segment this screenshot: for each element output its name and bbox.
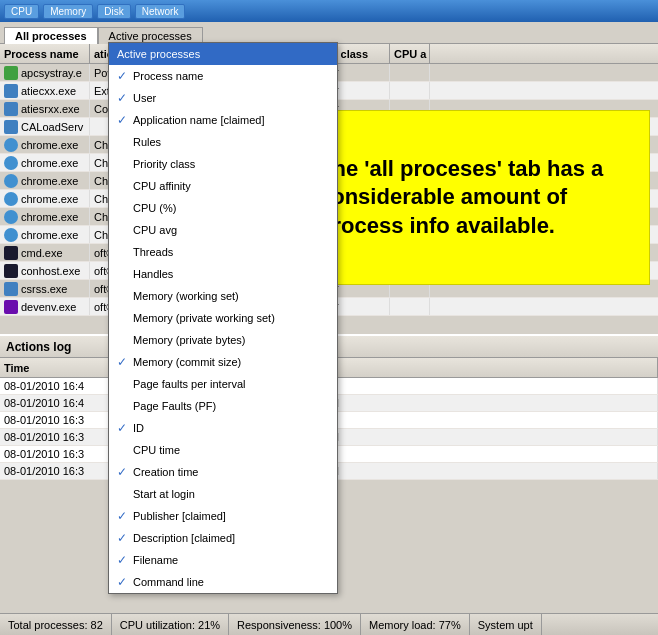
dropdown-item-label: CPU (%) — [133, 202, 176, 214]
check-mark-icon: ✓ — [117, 553, 133, 567]
dropdown-item-label: Priority class — [133, 158, 195, 170]
dropdown-item-label: Start at login — [133, 488, 195, 500]
top-bar: CPU Memory Disk Network — [0, 0, 658, 22]
dropdown-menu-item[interactable]: Start at login — [109, 483, 337, 505]
disk-segment[interactable]: Disk — [97, 4, 130, 19]
check-mark-icon: ✓ — [117, 465, 133, 479]
dropdown-menu-item[interactable]: Page Faults (PF) — [109, 395, 337, 417]
process-icon-default — [4, 282, 18, 296]
check-mark-icon: ✓ — [117, 69, 133, 83]
process-name-label: CALoadServ — [21, 121, 83, 133]
highlight-tooltip: The 'all proceses' tab has a considerabl… — [310, 110, 650, 285]
process-name-label: apcsystray.e — [21, 67, 82, 79]
process-icon-chrome — [4, 228, 18, 242]
status-total-processes: Total processes: 82 — [0, 614, 112, 635]
status-cpu-util: CPU utilization: 21% — [112, 614, 229, 635]
dropdown-header[interactable]: Active processes — [109, 43, 337, 65]
dropdown-item-label: ID — [133, 422, 144, 434]
dropdown-menu-item[interactable]: ✓User — [109, 87, 337, 109]
dropdown-menu-item[interactable]: Priority class — [109, 153, 337, 175]
tab-bar: All processes Active processes — [0, 22, 658, 44]
action-time: 08-01/2010 16:4 — [0, 378, 110, 394]
dropdown-menu-item[interactable]: CPU (%) — [109, 197, 337, 219]
dropdown-menu-item[interactable]: ✓ID — [109, 417, 337, 439]
action-time: 08-01/2010 16:3 — [0, 463, 110, 479]
dropdown-item-label: Publisher [claimed] — [133, 510, 226, 522]
dropdown-menu-item[interactable]: Memory (private bytes) — [109, 329, 337, 351]
memory-segment[interactable]: Memory — [43, 4, 93, 19]
dropdown-item-label: Handles — [133, 268, 173, 280]
tab-all-processes[interactable]: All processes — [4, 27, 98, 44]
process-icon-chrome — [4, 210, 18, 224]
status-system-up: System upt — [470, 614, 542, 635]
process-name-label: conhost.exe — [21, 265, 80, 277]
dropdown-item-label: Memory (private bytes) — [133, 334, 245, 346]
dropdown-item-label: Memory (private working set) — [133, 312, 275, 324]
check-mark-icon: ✓ — [117, 531, 133, 545]
process-icon-vs — [4, 300, 18, 314]
dropdown-item-label: User — [133, 92, 156, 104]
process-icon-cmd — [4, 264, 18, 278]
process-name-label: chrome.exe — [21, 175, 78, 187]
process-icon-green — [4, 66, 18, 80]
dropdown-menu-item[interactable]: Memory (private working set) — [109, 307, 337, 329]
process-cpu-label — [390, 298, 430, 315]
dropdown-menu-item[interactable]: Rules — [109, 131, 337, 153]
dropdown-menu-item[interactable]: Page faults per interval — [109, 373, 337, 395]
dropdown-item-label: Description [claimed] — [133, 532, 235, 544]
dropdown-menu-item[interactable]: ✓Description [claimed] — [109, 527, 337, 549]
status-bar: Total processes: 82 CPU utilization: 21%… — [0, 613, 658, 635]
process-name-label: csrss.exe — [21, 283, 67, 295]
check-mark-icon: ✓ — [117, 421, 133, 435]
dropdown-item-label: Rules — [133, 136, 161, 148]
dropdown-menu-item[interactable]: ✓Filename — [109, 549, 337, 571]
col-cpu[interactable]: CPU a — [390, 44, 430, 63]
process-icon-chrome — [4, 156, 18, 170]
dropdown-menu-item[interactable]: Threads — [109, 241, 337, 263]
process-name-label: devenv.exe — [21, 301, 76, 313]
dropdown-menu-item[interactable]: CPU time — [109, 439, 337, 461]
check-mark-icon: ✓ — [117, 575, 133, 589]
action-time: 08-01/2010 16:3 — [0, 446, 110, 462]
process-name-label: chrome.exe — [21, 157, 78, 169]
dropdown-menu-item[interactable]: Handles — [109, 263, 337, 285]
status-mem-load: Memory load: 77% — [361, 614, 470, 635]
dropdown-menu-item[interactable]: Memory (working set) — [109, 285, 337, 307]
dropdown-item-label: CPU time — [133, 444, 180, 456]
cpu-segment[interactable]: CPU — [4, 4, 39, 19]
dropdown-item-label: CPU avg — [133, 224, 177, 236]
process-name-label: chrome.exe — [21, 193, 78, 205]
check-mark-icon: ✓ — [117, 509, 133, 523]
dropdown-menu-item[interactable]: ✓Command line — [109, 571, 337, 593]
process-icon-chrome — [4, 192, 18, 206]
dropdown-item-label: Creation time — [133, 466, 198, 478]
dropdown-menu-item[interactable]: ✓Publisher [claimed] — [109, 505, 337, 527]
action-time: 08-01/2010 16:4 — [0, 395, 110, 411]
action-time: 08-01/2010 16:3 — [0, 429, 110, 445]
dropdown-item-label: Page faults per interval — [133, 378, 246, 390]
dropdown-menu-item[interactable]: ✓Application name [claimed] — [109, 109, 337, 131]
dropdown-menu-item[interactable]: ✓Memory (commit size) — [109, 351, 337, 373]
dropdown-menu-item[interactable]: CPU avg — [109, 219, 337, 241]
network-segment[interactable]: Network — [135, 4, 186, 19]
actions-log-title: Actions log — [6, 340, 71, 354]
process-icon-default — [4, 120, 18, 134]
dropdown-menu-item[interactable]: CPU affinity — [109, 175, 337, 197]
dropdown-item-label: Memory (working set) — [133, 290, 239, 302]
col-process-name[interactable]: Process name — [0, 44, 90, 63]
dropdown-item-label: Page Faults (PF) — [133, 400, 216, 412]
process-icon-default — [4, 102, 18, 116]
dropdown-item-label: Filename — [133, 554, 178, 566]
dropdown-item-label: Threads — [133, 246, 173, 258]
process-icon-default — [4, 84, 18, 98]
dropdown-item-label: Process name — [133, 70, 203, 82]
dropdown-menu-item[interactable]: ✓Process name — [109, 65, 337, 87]
dropdown-item-label: CPU affinity — [133, 180, 191, 192]
dropdown-item-label: Application name [claimed] — [133, 114, 264, 126]
dropdown-menu-item[interactable]: ✓Creation time — [109, 461, 337, 483]
status-responsiveness: Responsiveness: 100% — [229, 614, 361, 635]
process-name-label: chrome.exe — [21, 139, 78, 151]
col-time: Time — [0, 358, 110, 377]
process-name-label: chrome.exe — [21, 211, 78, 223]
process-name-label: cmd.exe — [21, 247, 63, 259]
